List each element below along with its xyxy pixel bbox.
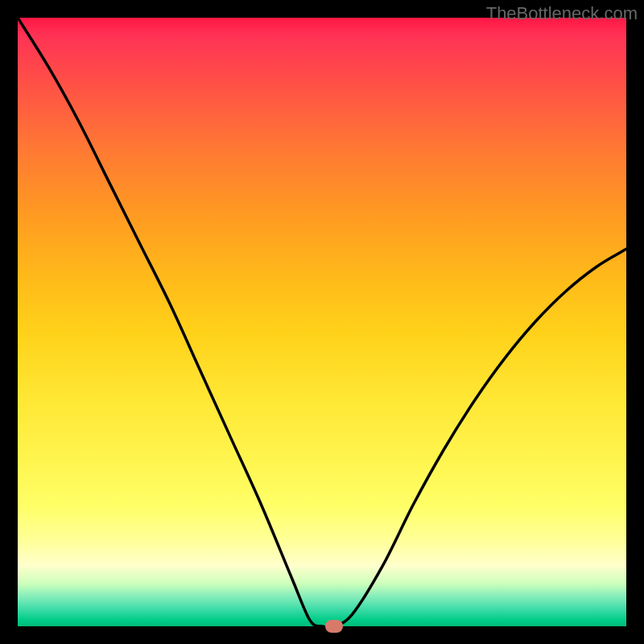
- bottleneck-curve: [18, 18, 626, 626]
- chart-plot-area: [18, 18, 626, 626]
- watermark-text: TheBottleneck.com: [486, 3, 638, 24]
- optimal-point-marker: [325, 620, 343, 633]
- chart-curve-svg: [18, 18, 626, 626]
